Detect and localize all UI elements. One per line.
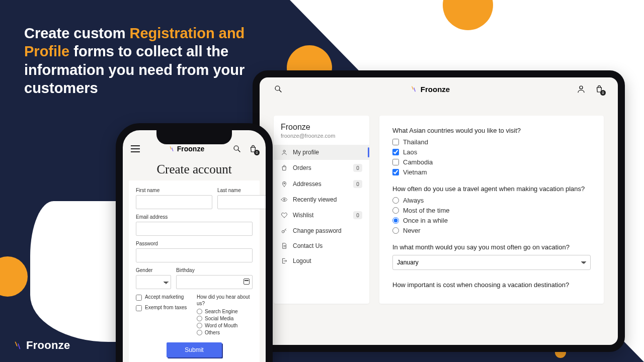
label-gender: Gender xyxy=(136,267,171,273)
hear-option[interactable]: Search Engine xyxy=(197,309,253,314)
count-badge: 0 xyxy=(353,164,362,172)
eye-icon xyxy=(281,196,288,203)
phone-page-title: Create account xyxy=(123,162,266,176)
count-badge: 0 xyxy=(353,211,362,219)
option-label: Thailand xyxy=(403,138,428,146)
label-exempt-taxes: Exempt from taxes xyxy=(145,305,187,310)
sidebar-item-orders[interactable]: Orders 0 xyxy=(274,160,369,176)
frequency-option[interactable]: Most of the time xyxy=(392,207,591,214)
sidebar-item-contact-us[interactable]: Contact Us xyxy=(274,238,369,253)
svg-point-5 xyxy=(283,150,285,152)
sidebar-item-logout[interactable]: Logout xyxy=(274,253,369,268)
file-icon xyxy=(281,242,288,249)
sidebar-item-addresses[interactable]: Addresses 0 xyxy=(274,176,369,192)
countries-checkboxes: Thailand Laos Cambodia Vietnam xyxy=(392,138,591,176)
question-agent-frequency: How often do you use a travel agent when… xyxy=(392,185,591,193)
option-label: Always xyxy=(403,197,424,204)
hear-option-label: Word of Mouth xyxy=(205,323,237,328)
svg-point-4 xyxy=(580,86,583,89)
search-icon[interactable] xyxy=(274,84,283,94)
hear-option-label: Social Media xyxy=(205,316,233,321)
sidebar-item-wishlist[interactable]: Wishlist 0 xyxy=(274,207,369,223)
menu-icon[interactable] xyxy=(131,144,140,153)
svg-point-2 xyxy=(275,86,280,90)
question-cost-importance: How important is cost when choosing a va… xyxy=(392,281,591,289)
frequency-option[interactable]: Never xyxy=(392,227,591,234)
sidebar-item-label: Contact Us xyxy=(293,242,323,249)
search-icon[interactable] xyxy=(232,144,242,153)
sidebar-user: Froonze froonze@froonze.com xyxy=(274,123,369,143)
option-label: Vietnam xyxy=(403,168,427,176)
option-label: Most of the time xyxy=(403,207,449,214)
headline-pre: Create custom xyxy=(24,25,130,41)
hear-option-label: Search Engine xyxy=(205,309,238,314)
first-name-input[interactable] xyxy=(136,195,212,209)
label-accept-marketing: Accept marketing xyxy=(145,294,184,300)
user-icon xyxy=(281,149,288,156)
label-password: Password xyxy=(136,241,253,246)
footer-logo: Froonze xyxy=(12,339,70,352)
sidebar-item-my-profile[interactable]: My profile xyxy=(274,145,369,160)
exempt-taxes-checkbox[interactable]: Exempt from taxes xyxy=(136,305,192,311)
frequency-option[interactable]: Always xyxy=(392,197,591,204)
submit-button[interactable]: Submit xyxy=(167,342,222,357)
sidebar-user-name: Froonze xyxy=(281,123,362,132)
svg-line-3 xyxy=(279,90,281,92)
logo-icon xyxy=(168,145,175,152)
laptop-brand-text: Froonze xyxy=(421,85,450,94)
sidebar-item-label: Orders xyxy=(293,164,311,171)
sidebar-item-label: Wishlist xyxy=(293,212,313,219)
country-option[interactable]: Thailand xyxy=(392,138,591,146)
option-label: Cambodia xyxy=(403,158,433,166)
gender-select[interactable] xyxy=(136,275,171,289)
hear-option[interactable]: Social Media xyxy=(197,316,253,321)
country-option[interactable]: Vietnam xyxy=(392,168,591,176)
hear-radio-group: Search Engine Social Media Word of Mouth… xyxy=(197,309,253,335)
phone-topbar: Froonze 0 xyxy=(123,130,266,157)
bag-icon[interactable]: 0 xyxy=(595,84,604,94)
phone-mock: Froonze 0 Create account First name Last… xyxy=(116,123,273,362)
password-input[interactable] xyxy=(136,248,253,262)
last-name-input[interactable] xyxy=(217,195,266,209)
key-icon xyxy=(281,227,288,234)
decor-circle xyxy=(443,0,493,30)
phone-brand-text: Froonze xyxy=(177,145,204,153)
svg-point-0 xyxy=(234,146,238,150)
count-badge: 0 xyxy=(353,180,362,188)
pin-icon xyxy=(281,180,288,188)
footer-brand-text: Froonze xyxy=(26,339,70,352)
accept-marketing-checkbox[interactable]: Accept marketing xyxy=(136,294,192,301)
frequency-option[interactable]: Once in a while xyxy=(392,217,591,224)
label-email: Email address xyxy=(136,214,253,220)
hear-option[interactable]: Word of Mouth xyxy=(197,323,253,328)
sidebar-item-label: My profile xyxy=(293,149,319,156)
logo-icon xyxy=(410,85,418,93)
option-label: Once in a while xyxy=(403,217,448,224)
sidebar-item-recently-viewed[interactable]: Recently viewed xyxy=(274,192,369,207)
bag-badge: 0 xyxy=(600,90,606,96)
country-option[interactable]: Cambodia xyxy=(392,158,591,166)
laptop-mock: Froonze 0 Froonze froonze@froonze.com My… xyxy=(253,70,625,352)
bag-icon xyxy=(281,164,288,171)
label-last-name: Last name xyxy=(217,188,266,193)
heart-icon xyxy=(281,212,288,219)
agent-frequency-radios: Always Most of the time Once in a while … xyxy=(392,197,591,234)
headline: Create custom Registration and Profile f… xyxy=(24,24,256,97)
profile-form: What Asian countries would you like to v… xyxy=(379,116,604,304)
bag-badge: 0 xyxy=(254,150,260,155)
country-option[interactable]: Laos xyxy=(392,148,591,156)
option-label: Never xyxy=(403,227,421,234)
logo-icon xyxy=(12,340,23,351)
phone-brand: Froonze xyxy=(168,145,204,153)
vacation-month-select[interactable]: January xyxy=(392,255,591,270)
bag-icon[interactable]: 0 xyxy=(249,144,258,153)
sidebar-item-change-password[interactable]: Change password xyxy=(274,223,369,238)
laptop-topbar: Froonze 0 xyxy=(260,77,618,101)
birthday-input[interactable] xyxy=(176,275,253,289)
calendar-icon[interactable] xyxy=(244,279,250,285)
user-icon[interactable] xyxy=(577,84,586,94)
laptop-brand: Froonze xyxy=(410,85,450,94)
hear-option[interactable]: Others xyxy=(197,330,253,335)
email-input[interactable] xyxy=(136,222,253,236)
hear-option-label: Others xyxy=(205,330,220,335)
